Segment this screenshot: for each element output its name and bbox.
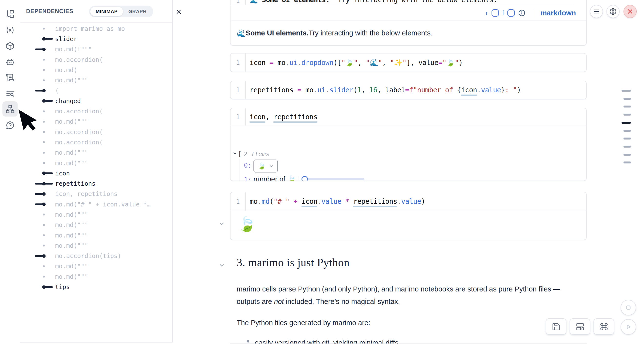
rail-dash[interactable]: [624, 130, 631, 132]
ai-assistant-icon: [6, 57, 15, 66]
icon-dropdown-select[interactable]: 🍃: [254, 159, 278, 173]
raw-string-checkbox[interactable]: [492, 9, 499, 17]
minimap-item-label: slider: [55, 35, 77, 43]
minimap-item-label: mo.accordion(: [55, 108, 103, 115]
minimap-item[interactable]: mo.accordion(: [20, 106, 172, 116]
line-number: 1: [230, 0, 246, 5]
shortcuts-button[interactable]: [594, 318, 614, 335]
chevron-down-icon: [218, 262, 225, 268]
minimap-item[interactable]: mo.accordion(: [20, 127, 172, 137]
cell-marker-plain-icon: [34, 220, 54, 230]
minimap-item[interactable]: mo.md(""": [20, 209, 172, 220]
minimap-item[interactable]: (: [20, 86, 172, 96]
sidebar-item-help[interactable]: [2, 117, 18, 133]
cell-marker-both-icon: [34, 179, 54, 189]
shutdown-icon: [626, 8, 634, 15]
code-line: icon = mo.ui.dropdown(["🍃", "🌊", "✨"], v…: [246, 59, 463, 67]
slider-track[interactable]: [303, 178, 364, 180]
cell-marker-ref-icon: [34, 189, 54, 199]
minimap-item[interactable]: mo.md(""": [20, 75, 172, 85]
minimap-item[interactable]: changed: [20, 96, 172, 106]
cell-md-repeat-editor[interactable]: 1 mo.md("# " + icon.value * repetitions.…: [230, 192, 586, 211]
sidebar-item-file-tree[interactable]: [2, 6, 18, 22]
cell-marker-plain-icon: [34, 127, 54, 137]
panel-title: DEPENDENCIES: [26, 8, 73, 15]
rail-dash[interactable]: [624, 114, 631, 116]
sidebar-item-snippets[interactable]: [2, 70, 18, 85]
rail-dash[interactable]: [624, 98, 631, 100]
minimap-item[interactable]: mo.accordion(: [20, 55, 172, 65]
minimap-item[interactable]: mo.md(f""": [20, 44, 172, 55]
raw-string-toggle-label: r: [486, 9, 488, 17]
minimap-item-label: mo.md(""": [55, 263, 88, 270]
cell-md-intro-editor[interactable]: 1 🌊 Some UI elements. Try interacting wi…: [230, 0, 586, 5]
rail-dash[interactable]: [624, 154, 631, 156]
file-tree-icon: [6, 10, 15, 19]
minimap-item[interactable]: slider: [20, 34, 172, 44]
minimap-item[interactable]: mo.md(""": [20, 116, 172, 127]
rail-dash[interactable]: [624, 161, 631, 163]
stop-button[interactable]: [620, 300, 636, 315]
minimap-item[interactable]: repetitions: [20, 178, 172, 189]
tab-graph[interactable]: GRAPH: [123, 7, 152, 16]
minimap-item[interactable]: mo.accordion(tips): [20, 251, 172, 261]
tab-minimap[interactable]: MINIMAP: [90, 7, 123, 16]
section-collapse-chevron[interactable]: [218, 262, 225, 269]
cell-dropdown-editor[interactable]: 1 icon = mo.ui.dropdown(["🍃", "🌊", "✨"],…: [230, 54, 586, 72]
minimap-item[interactable]: tips: [20, 282, 172, 292]
cell-marker-plain-icon: [34, 24, 54, 34]
minimap-item[interactable]: mo.md(""": [20, 240, 172, 251]
sidebar-item-variables[interactable]: [2, 23, 18, 38]
run-button[interactable]: [620, 319, 636, 335]
sidebar-item-logs-search[interactable]: [2, 86, 18, 101]
info-icon[interactable]: [518, 9, 526, 17]
tree-items-count: 2 Items: [244, 150, 269, 157]
menu-button[interactable]: [590, 5, 603, 18]
minimap-item-label: mo.md(""": [55, 232, 88, 239]
minimap-item[interactable]: mo.md(""": [20, 220, 172, 230]
save-icon: [552, 322, 560, 331]
line-number: 1: [230, 108, 246, 126]
minimap-item[interactable]: icon, repetitions: [20, 189, 172, 199]
rail-dash[interactable]: [622, 90, 631, 92]
close-panel-button[interactable]: [174, 7, 184, 17]
minimap-item-label: repetitions: [55, 180, 96, 187]
tree-collapse-chevron[interactable]: [232, 151, 237, 157]
rail-dash[interactable]: [624, 137, 631, 139]
cell-tuple-editor[interactable]: 1 icon, repetitions: [230, 108, 586, 126]
minimap-item[interactable]: mo.md(: [20, 65, 172, 75]
fstring-checkbox[interactable]: [508, 9, 515, 17]
sidebar-item-ai-assistant[interactable]: [2, 54, 18, 69]
cell-marker-plain-icon: [34, 55, 54, 65]
output-collapse-chevron[interactable]: [218, 221, 225, 228]
minimap-item[interactable]: mo.md("# " + icon.value *…: [20, 199, 172, 209]
layout-button[interactable]: [570, 318, 590, 335]
sidebar-item-dependencies[interactable]: [2, 101, 18, 116]
slider-thumb[interactable]: [302, 176, 308, 181]
minimap-item[interactable]: import marimo as mo: [20, 24, 172, 34]
rail-dash[interactable]: [622, 122, 631, 124]
markdown-language-badge[interactable]: markdown: [540, 9, 576, 17]
minimap-item[interactable]: mo.md(""": [20, 230, 172, 240]
rail-dash[interactable]: [624, 106, 631, 107]
shutdown-button[interactable]: [624, 5, 637, 18]
minimap-item-label: mo.md(""": [55, 211, 88, 218]
code-line: repetitions = mo.ui.slider(1, 16, label=…: [246, 86, 521, 94]
sidebar-item-package[interactable]: [2, 38, 18, 54]
minimap-item[interactable]: mo.accordion(: [20, 137, 172, 147]
wave-emoji: 🌊: [237, 29, 246, 37]
rail-dash[interactable]: [624, 146, 631, 147]
minimap-item[interactable]: mo.md(""": [20, 261, 172, 271]
help-icon: [6, 121, 15, 130]
minimap-item-label: mo.md(""": [55, 77, 88, 84]
settings-button[interactable]: [606, 5, 620, 18]
minimap-item-label: mo.accordion(: [55, 56, 103, 63]
minimap-item[interactable]: icon: [20, 168, 172, 178]
dropdown-selected-value: 🍃: [258, 162, 266, 170]
minimap-item[interactable]: mo.md(""": [20, 158, 172, 168]
minimap-item[interactable]: mo.md(""": [20, 147, 172, 158]
minimap-item[interactable]: mo.md(""": [20, 271, 172, 282]
save-button[interactable]: [546, 318, 566, 335]
cell-marker-def-icon: [34, 282, 54, 292]
cell-slider-editor[interactable]: 1 repetitions = mo.ui.slider(1, 16, labe…: [230, 81, 586, 99]
